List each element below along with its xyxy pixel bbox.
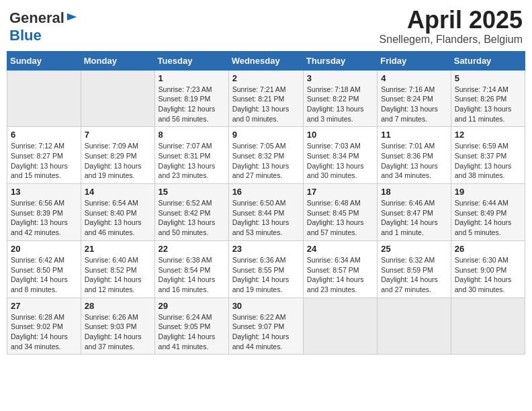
day-number: 1	[159, 73, 225, 83]
day-detail: Sunrise: 6:42 AM Sunset: 8:50 PM Dayligh…	[11, 255, 77, 295]
calendar-cell: 21Sunrise: 6:40 AM Sunset: 8:52 PM Dayli…	[81, 240, 154, 298]
calendar-week-row: 27Sunrise: 6:28 AM Sunset: 9:02 PM Dayli…	[7, 298, 525, 355]
calendar-cell: 13Sunrise: 6:56 AM Sunset: 8:39 PM Dayli…	[7, 184, 81, 241]
day-detail: Sunrise: 6:32 AM Sunset: 8:59 PM Dayligh…	[381, 255, 447, 295]
calendar-cell: 14Sunrise: 6:54 AM Sunset: 8:40 PM Dayli…	[81, 184, 154, 241]
col-header-saturday: Saturday	[451, 51, 525, 70]
calendar-cell: 2Sunrise: 7:21 AM Sunset: 8:21 PM Daylig…	[228, 70, 303, 127]
calendar-cell: 17Sunrise: 6:48 AM Sunset: 8:45 PM Dayli…	[303, 184, 377, 241]
calendar-cell: 30Sunrise: 6:22 AM Sunset: 9:07 PM Dayli…	[228, 298, 303, 355]
calendar-cell: 6Sunrise: 7:12 AM Sunset: 8:27 PM Daylig…	[7, 127, 81, 184]
calendar-week-row: 13Sunrise: 6:56 AM Sunset: 8:39 PM Dayli…	[7, 184, 525, 241]
calendar-cell	[303, 298, 377, 355]
day-detail: Sunrise: 6:46 AM Sunset: 8:47 PM Dayligh…	[381, 198, 447, 238]
calendar-cell	[81, 70, 154, 127]
day-number: 4	[381, 73, 447, 83]
calendar-cell: 18Sunrise: 6:46 AM Sunset: 8:47 PM Dayli…	[378, 184, 451, 241]
calendar-cell: 10Sunrise: 7:03 AM Sunset: 8:34 PM Dayli…	[303, 127, 377, 184]
day-number: 28	[85, 301, 151, 311]
calendar-cell: 15Sunrise: 6:52 AM Sunset: 8:42 PM Dayli…	[154, 184, 228, 241]
day-detail: Sunrise: 7:12 AM Sunset: 8:27 PM Dayligh…	[11, 141, 77, 181]
calendar-cell: 8Sunrise: 7:07 AM Sunset: 8:31 PM Daylig…	[154, 127, 228, 184]
day-detail: Sunrise: 6:36 AM Sunset: 8:55 PM Dayligh…	[232, 255, 300, 295]
day-detail: Sunrise: 7:07 AM Sunset: 8:31 PM Dayligh…	[159, 141, 225, 181]
day-detail: Sunrise: 6:22 AM Sunset: 9:07 PM Dayligh…	[232, 312, 300, 352]
day-number: 22	[159, 244, 225, 254]
day-number: 16	[232, 187, 300, 197]
day-number: 13	[11, 187, 77, 197]
day-detail: Sunrise: 6:59 AM Sunset: 8:37 PM Dayligh…	[455, 141, 521, 181]
day-number: 27	[11, 301, 77, 311]
day-detail: Sunrise: 7:21 AM Sunset: 8:21 PM Dayligh…	[232, 85, 300, 124]
day-detail: Sunrise: 6:50 AM Sunset: 8:44 PM Dayligh…	[232, 198, 300, 238]
logo: General Blue	[9, 9, 78, 44]
day-number: 20	[11, 244, 77, 254]
calendar-cell: 27Sunrise: 6:28 AM Sunset: 9:02 PM Dayli…	[7, 298, 81, 355]
calendar-cell: 26Sunrise: 6:30 AM Sunset: 9:00 PM Dayli…	[451, 240, 525, 298]
day-number: 14	[85, 187, 151, 197]
day-number: 7	[85, 130, 151, 140]
calendar-cell: 7Sunrise: 7:09 AM Sunset: 8:29 PM Daylig…	[81, 127, 154, 184]
day-detail: Sunrise: 6:48 AM Sunset: 8:45 PM Dayligh…	[307, 198, 373, 238]
day-number: 30	[232, 301, 300, 311]
day-detail: Sunrise: 6:24 AM Sunset: 9:05 PM Dayligh…	[159, 312, 225, 352]
day-number: 26	[455, 244, 521, 254]
day-number: 23	[232, 244, 300, 254]
calendar-cell: 16Sunrise: 6:50 AM Sunset: 8:44 PM Dayli…	[228, 184, 303, 241]
day-detail: Sunrise: 6:40 AM Sunset: 8:52 PM Dayligh…	[85, 255, 151, 295]
calendar-cell: 19Sunrise: 6:44 AM Sunset: 8:49 PM Dayli…	[451, 184, 525, 241]
col-header-sunday: Sunday	[7, 51, 81, 70]
calendar-cell: 23Sunrise: 6:36 AM Sunset: 8:55 PM Dayli…	[228, 240, 303, 298]
calendar-cell: 4Sunrise: 7:16 AM Sunset: 8:24 PM Daylig…	[378, 70, 451, 127]
day-detail: Sunrise: 6:52 AM Sunset: 8:42 PM Dayligh…	[159, 198, 225, 238]
calendar-cell: 29Sunrise: 6:24 AM Sunset: 9:05 PM Dayli…	[154, 298, 228, 355]
day-number: 10	[307, 130, 373, 140]
calendar-cell	[7, 70, 81, 127]
day-number: 5	[455, 73, 521, 83]
day-detail: Sunrise: 7:16 AM Sunset: 8:24 PM Dayligh…	[381, 85, 447, 124]
calendar-cell: 28Sunrise: 6:26 AM Sunset: 9:03 PM Dayli…	[81, 298, 154, 355]
calendar-cell: 1Sunrise: 7:23 AM Sunset: 8:19 PM Daylig…	[154, 70, 228, 127]
day-number: 6	[11, 130, 77, 140]
calendar-cell: 20Sunrise: 6:42 AM Sunset: 8:50 PM Dayli…	[7, 240, 81, 298]
day-number: 29	[159, 301, 225, 311]
calendar-week-row: 1Sunrise: 7:23 AM Sunset: 8:19 PM Daylig…	[7, 70, 525, 127]
day-number: 8	[159, 130, 225, 140]
day-detail: Sunrise: 7:14 AM Sunset: 8:26 PM Dayligh…	[455, 85, 521, 124]
day-number: 11	[381, 130, 447, 140]
day-detail: Sunrise: 6:54 AM Sunset: 8:40 PM Dayligh…	[85, 198, 151, 238]
day-number: 15	[159, 187, 225, 197]
day-detail: Sunrise: 7:18 AM Sunset: 8:22 PM Dayligh…	[307, 85, 373, 124]
calendar-cell: 12Sunrise: 6:59 AM Sunset: 8:37 PM Dayli…	[451, 127, 525, 184]
day-detail: Sunrise: 7:01 AM Sunset: 8:36 PM Dayligh…	[381, 141, 447, 181]
col-header-friday: Friday	[378, 51, 451, 70]
calendar-cell: 25Sunrise: 6:32 AM Sunset: 8:59 PM Dayli…	[378, 240, 451, 298]
calendar-cell: 11Sunrise: 7:01 AM Sunset: 8:36 PM Dayli…	[378, 127, 451, 184]
day-detail: Sunrise: 7:05 AM Sunset: 8:32 PM Dayligh…	[232, 141, 300, 181]
calendar-cell: 5Sunrise: 7:14 AM Sunset: 8:26 PM Daylig…	[451, 70, 525, 127]
calendar-cell	[451, 298, 525, 355]
day-detail: Sunrise: 6:44 AM Sunset: 8:49 PM Dayligh…	[455, 198, 521, 238]
day-number: 25	[381, 244, 447, 254]
day-number: 2	[232, 73, 300, 83]
calendar-cell: 24Sunrise: 6:34 AM Sunset: 8:57 PM Dayli…	[303, 240, 377, 298]
day-number: 12	[455, 130, 521, 140]
day-detail: Sunrise: 6:26 AM Sunset: 9:03 PM Dayligh…	[85, 312, 151, 352]
location-title: Snellegem, Flanders, Belgium	[380, 34, 523, 46]
day-number: 21	[85, 244, 151, 254]
logo-flag-icon	[66, 12, 78, 24]
calendar-cell: 3Sunrise: 7:18 AM Sunset: 8:22 PM Daylig…	[303, 70, 377, 127]
calendar-table: SundayMondayTuesdayWednesdayThursdayFrid…	[7, 51, 525, 355]
day-number: 9	[232, 130, 300, 140]
calendar-cell	[378, 298, 451, 355]
logo-blue: Blue	[9, 27, 42, 44]
day-number: 17	[307, 187, 373, 197]
calendar-week-row: 6Sunrise: 7:12 AM Sunset: 8:27 PM Daylig…	[7, 127, 525, 184]
col-header-tuesday: Tuesday	[154, 51, 228, 70]
day-detail: Sunrise: 6:56 AM Sunset: 8:39 PM Dayligh…	[11, 198, 77, 238]
calendar-header-row: SundayMondayTuesdayWednesdayThursdayFrid…	[7, 51, 525, 70]
day-detail: Sunrise: 6:34 AM Sunset: 8:57 PM Dayligh…	[307, 255, 373, 295]
day-detail: Sunrise: 6:30 AM Sunset: 9:00 PM Dayligh…	[455, 255, 521, 295]
col-header-monday: Monday	[81, 51, 154, 70]
calendar-cell: 9Sunrise: 7:05 AM Sunset: 8:32 PM Daylig…	[228, 127, 303, 184]
